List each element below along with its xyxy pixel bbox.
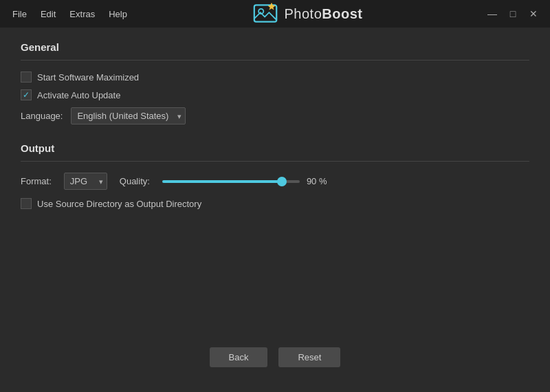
auto-update-row: ✓ Activate Auto Update: [21, 89, 529, 100]
menu-bar-area: File Edit Extras Help: [7, 6, 133, 22]
window-controls: — □ ✕: [483, 4, 543, 23]
language-label: Language:: [21, 111, 63, 121]
menu-extras[interactable]: Extras: [64, 6, 100, 22]
app-logo-icon: [253, 1, 278, 26]
menu-bar: File Edit Extras Help: [7, 6, 133, 22]
svg-rect-0: [254, 5, 276, 21]
title-bar: File Edit Extras Help PhotoBoost — □ ✕: [0, 0, 550, 28]
quality-value-display: 90 %: [307, 176, 331, 186]
start-maximized-checkbox[interactable]: [21, 72, 32, 83]
format-select[interactable]: JPG PNG TIFF BMP: [64, 173, 107, 190]
menu-file[interactable]: File: [7, 6, 32, 22]
maximize-button[interactable]: □: [503, 4, 522, 23]
quality-label: Quality:: [120, 176, 150, 186]
output-section-title: Output: [21, 142, 529, 154]
checkmark-icon: ✓: [23, 91, 30, 99]
format-label: Format:: [21, 176, 52, 186]
start-maximized-row: Start Software Maximized: [21, 72, 529, 83]
output-section: Output Format: JPG PNG TIFF BMP Quality:…: [21, 142, 529, 216]
slider-wrapper: 90 %: [162, 176, 331, 186]
title-center: PhotoBoost: [133, 1, 483, 26]
menu-edit[interactable]: Edit: [35, 6, 61, 22]
format-quality-row: Format: JPG PNG TIFF BMP Quality: 90 %: [21, 173, 529, 190]
menu-help[interactable]: Help: [103, 6, 133, 22]
back-button[interactable]: Back: [210, 347, 268, 367]
auto-update-label: Activate Auto Update: [37, 90, 120, 100]
source-dir-row: Use Source Directory as Output Directory: [21, 198, 529, 209]
language-select[interactable]: English (United States) Deutsch Français: [71, 107, 186, 124]
language-row: Language: English (United States) Deutsc…: [21, 107, 529, 124]
format-select-wrapper: JPG PNG TIFF BMP: [64, 173, 107, 190]
bottom-bar: Back Reset: [21, 334, 529, 378]
app-title: PhotoBoost: [285, 6, 363, 22]
general-section: General Start Software Maximized ✓ Activ…: [21, 41, 529, 124]
source-dir-checkbox[interactable]: [21, 198, 32, 209]
source-dir-label: Use Source Directory as Output Directory: [37, 199, 201, 209]
quality-slider[interactable]: [162, 180, 300, 183]
general-section-title: General: [21, 41, 529, 53]
svg-marker-2: [267, 3, 275, 10]
output-divider: [21, 161, 529, 162]
close-button[interactable]: ✕: [524, 4, 543, 23]
main-content: General Start Software Maximized ✓ Activ…: [0, 28, 550, 392]
general-divider: [21, 60, 529, 61]
auto-update-checkbox[interactable]: ✓: [21, 89, 32, 100]
minimize-button[interactable]: —: [483, 4, 502, 23]
language-select-wrapper: English (United States) Deutsch Français: [71, 107, 186, 124]
start-maximized-label: Start Software Maximized: [37, 72, 139, 83]
reset-button[interactable]: Reset: [278, 347, 340, 367]
